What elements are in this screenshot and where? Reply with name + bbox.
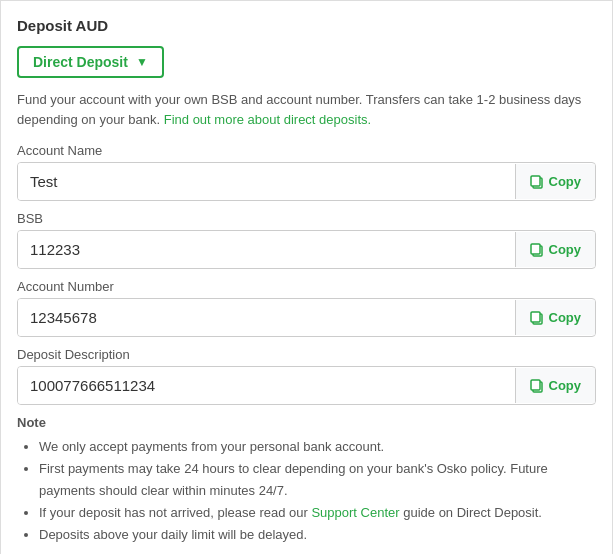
note-label: Note [17, 415, 596, 430]
account-number-value: 12345678 [18, 299, 515, 336]
bsb-value: 112233 [18, 231, 515, 268]
svg-rect-1 [531, 176, 540, 186]
deposit-description-label: Deposit Description [17, 347, 596, 362]
copy-account-number-button[interactable]: Copy [515, 300, 596, 335]
note-item-2: First payments may take 24 hours to clea… [39, 458, 596, 502]
deposit-description-value: 100077666511234 [18, 367, 515, 404]
bsb-label: BSB [17, 211, 596, 226]
account-number-label: Account Number [17, 279, 596, 294]
note-list: We only accept payments from your person… [17, 436, 596, 546]
copy-icon [530, 175, 544, 189]
copy-label: Copy [549, 174, 582, 189]
copy-icon [530, 311, 544, 325]
copy-label: Copy [549, 310, 582, 325]
deposit-description-group: Deposit Description 100077666511234 Copy [17, 347, 596, 405]
deposit-description-row: 100077666511234 Copy [17, 366, 596, 405]
account-name-row: Test Copy [17, 162, 596, 201]
note-item-4: Deposits above your daily limit will be … [39, 524, 596, 546]
copy-icon [530, 379, 544, 393]
bsb-row: 112233 Copy [17, 230, 596, 269]
note-section: Note We only accept payments from your p… [17, 415, 596, 546]
page-title: Deposit AUD [17, 17, 596, 34]
chevron-down-icon: ▼ [136, 55, 148, 69]
deposit-container: Deposit AUD Direct Deposit ▼ Fund your a… [0, 0, 613, 554]
copy-account-name-button[interactable]: Copy [515, 164, 596, 199]
svg-rect-7 [531, 380, 540, 390]
account-number-group: Account Number 12345678 Copy [17, 279, 596, 337]
svg-rect-5 [531, 312, 540, 322]
account-name-value: Test [18, 163, 515, 200]
description-text: Fund your account with your own BSB and … [17, 90, 596, 129]
svg-rect-3 [531, 244, 540, 254]
support-center-link[interactable]: Support Center [311, 505, 399, 520]
copy-label: Copy [549, 242, 582, 257]
deposit-type-dropdown[interactable]: Direct Deposit ▼ [17, 46, 164, 78]
learn-more-link[interactable]: Find out more about direct deposits. [164, 112, 371, 127]
copy-label: Copy [549, 378, 582, 393]
note-item-1: We only accept payments from your person… [39, 436, 596, 458]
note-item-3: If your deposit has not arrived, please … [39, 502, 596, 524]
bsb-group: BSB 112233 Copy [17, 211, 596, 269]
copy-icon [530, 243, 544, 257]
account-name-group: Account Name Test Copy [17, 143, 596, 201]
copy-bsb-button[interactable]: Copy [515, 232, 596, 267]
copy-deposit-description-button[interactable]: Copy [515, 368, 596, 403]
account-number-row: 12345678 Copy [17, 298, 596, 337]
dropdown-label: Direct Deposit [33, 54, 128, 70]
account-name-label: Account Name [17, 143, 596, 158]
